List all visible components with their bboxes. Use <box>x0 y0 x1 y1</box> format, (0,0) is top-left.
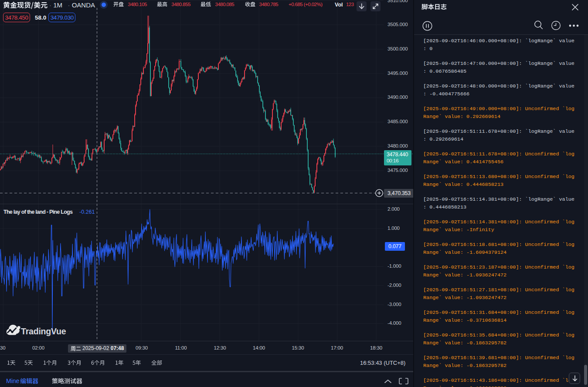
svg-text:TradingVue: TradingVue <box>21 326 66 336</box>
